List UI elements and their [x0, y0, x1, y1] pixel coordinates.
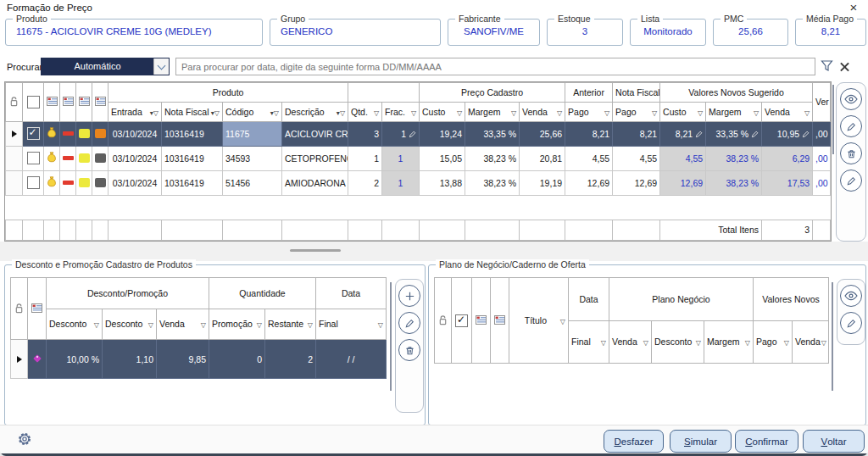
- cell-custo-novo[interactable]: 8,21: [660, 121, 706, 146]
- column-entrada[interactable]: Entrada: [108, 102, 162, 121]
- select-all-checkbox[interactable]: [23, 83, 44, 122]
- column-desconto-pct[interactable]: Desconto: [47, 309, 103, 340]
- search-mode-dropdown[interactable]: Automático: [41, 58, 170, 75]
- column-desconto[interactable]: Desconto: [103, 309, 157, 340]
- grupo-label: Grupo: [277, 14, 309, 24]
- grid-toolbar: [836, 82, 866, 242]
- column-ver[interactable]: Ver: [813, 83, 831, 122]
- column-qtd[interactable]: Qtd.: [348, 102, 382, 121]
- column-desconto[interactable]: Desconto: [652, 320, 704, 364]
- confirmar-button[interactable]: Confirmar: [735, 430, 798, 453]
- edit-button[interactable]: [398, 312, 420, 334]
- vertical-scrollbar[interactable]: [390, 282, 392, 391]
- table-row[interactable]: 03/10/2024 10316419 11675 ACICLOVIR CREM…: [6, 121, 831, 146]
- column-final[interactable]: Final: [569, 320, 609, 364]
- filter-icon: [94, 319, 99, 329]
- cell-venda-novo[interactable]: 10,95: [762, 121, 813, 146]
- column-margem-novo[interactable]: Margem: [706, 102, 762, 121]
- row-selector[interactable]: [6, 146, 23, 170]
- desfazer-button[interactable]: Desfazer: [604, 430, 664, 453]
- cell-frac[interactable]: 1: [382, 121, 420, 146]
- column-venda[interactable]: Venda: [609, 320, 652, 364]
- group-preco-cadastro: Preço Cadastro: [420, 83, 565, 103]
- column-venda[interactable]: Venda: [520, 102, 565, 121]
- cell-nota-fiscal: 10316419: [162, 146, 223, 170]
- cell-custo-novo[interactable]: 4,55: [660, 146, 706, 170]
- simular-button[interactable]: Simular: [670, 430, 732, 453]
- filter-icon: [754, 107, 759, 117]
- column-custo[interactable]: Custo: [420, 102, 465, 121]
- delete-button[interactable]: [840, 142, 862, 164]
- column-final[interactable]: Final: [316, 309, 387, 340]
- grid-settings-icon-2[interactable]: [60, 83, 76, 122]
- row-selector[interactable]: [11, 340, 28, 379]
- lock-icon: [9, 96, 19, 107]
- plano-toolbar: [837, 279, 865, 345]
- grid-settings-icon-2[interactable]: [491, 278, 509, 364]
- cell-venda-novo[interactable]: 17,53: [762, 170, 813, 195]
- cell-codigo[interactable]: 11675: [223, 121, 282, 146]
- edit-button[interactable]: [840, 115, 862, 137]
- grid-settings-icon[interactable]: [28, 278, 47, 340]
- pencil-icon: [751, 131, 759, 138]
- table-row[interactable]: 03/10/2024 10316419 51456 AMIODARONA 100…: [6, 170, 831, 195]
- grid-settings-icon-1[interactable]: [44, 83, 60, 122]
- column-pago-nf[interactable]: Pago: [613, 102, 660, 121]
- column-custo-novo[interactable]: Custo: [660, 102, 706, 121]
- column-frac[interactable]: Frac.: [382, 102, 420, 121]
- row-selector[interactable]: [6, 121, 23, 146]
- chevron-down-icon[interactable]: [153, 58, 169, 75]
- vertical-scrollbar[interactable]: [832, 85, 834, 154]
- view-button[interactable]: [840, 285, 862, 307]
- voltar-button[interactable]: Voltar: [803, 430, 865, 453]
- filter-icon: [560, 315, 565, 325]
- row-checkbox[interactable]: [23, 170, 44, 195]
- cell-margem-novo[interactable]: 38,23 %: [706, 146, 762, 170]
- column-promocao[interactable]: Promoção: [209, 309, 265, 340]
- cell-margem-novo[interactable]: 38,23 %: [706, 170, 762, 195]
- delete-button[interactable]: [398, 339, 420, 361]
- gear-icon[interactable]: [17, 431, 32, 448]
- table-row[interactable]: 03/10/2024 10316419 34593 CETOPROFENO 20…: [6, 146, 831, 170]
- cell-custo-novo[interactable]: 12,69: [660, 170, 706, 195]
- splitter-grip[interactable]: [290, 249, 341, 252]
- cell-pago-anterior: 8,21: [565, 121, 613, 146]
- cell-desconto-pct: 10,00 %: [47, 340, 103, 379]
- edit-button[interactable]: [840, 312, 862, 334]
- column-margem[interactable]: Margem: [704, 320, 754, 364]
- column-restante[interactable]: Restante: [265, 309, 316, 340]
- lock-column-header: [435, 278, 452, 364]
- filter-icon[interactable]: [821, 60, 833, 74]
- view-button[interactable]: [840, 88, 862, 110]
- cell-descricao: ACICLOVIR CREME 1: [282, 121, 348, 146]
- column-pago[interactable]: Pago: [754, 320, 793, 364]
- vertical-scrollbar[interactable]: [832, 282, 833, 391]
- column-titulo[interactable]: Título: [509, 278, 569, 364]
- column-venda[interactable]: Venda: [157, 309, 209, 340]
- table-row[interactable]: 10,00 % 1,10 9,85 0 2 / /: [11, 340, 387, 379]
- media-pago-fieldbox: Média Pago 8,21: [795, 19, 866, 46]
- row-checkbox[interactable]: [23, 146, 44, 170]
- column-margem[interactable]: Margem: [465, 102, 520, 121]
- grid-settings-icon-3[interactable]: [76, 83, 92, 122]
- column-venda-novo[interactable]: Venda: [793, 320, 829, 364]
- edit-alt-button[interactable]: [840, 170, 862, 192]
- column-codigo[interactable]: Código: [223, 102, 282, 121]
- cell-margem-novo[interactable]: 33,35 %: [706, 121, 762, 146]
- select-all-checkbox[interactable]: [452, 278, 472, 364]
- grid-settings-icon-4[interactable]: [92, 83, 108, 122]
- filter-icon: [214, 107, 220, 117]
- search-input[interactable]: [175, 58, 815, 75]
- column-venda-novo[interactable]: Venda: [762, 102, 813, 121]
- produto-fieldbox: Produto 11675 - ACICLOVIR CREME 10G (MED…: [5, 19, 263, 46]
- cell-venda: 9,85: [157, 340, 209, 379]
- grid-settings-icon-1[interactable]: [472, 278, 491, 364]
- cell-custo: 19,24: [420, 121, 465, 146]
- add-button[interactable]: [398, 285, 420, 307]
- column-nota-fiscal[interactable]: Nota Fiscal: [162, 102, 223, 121]
- row-checkbox[interactable]: [23, 121, 44, 146]
- column-descricao[interactable]: Descrição: [282, 102, 348, 121]
- row-selector[interactable]: [6, 170, 23, 195]
- column-pago-anterior[interactable]: Pago: [565, 102, 613, 121]
- cell-venda-novo[interactable]: 6,29: [762, 146, 813, 170]
